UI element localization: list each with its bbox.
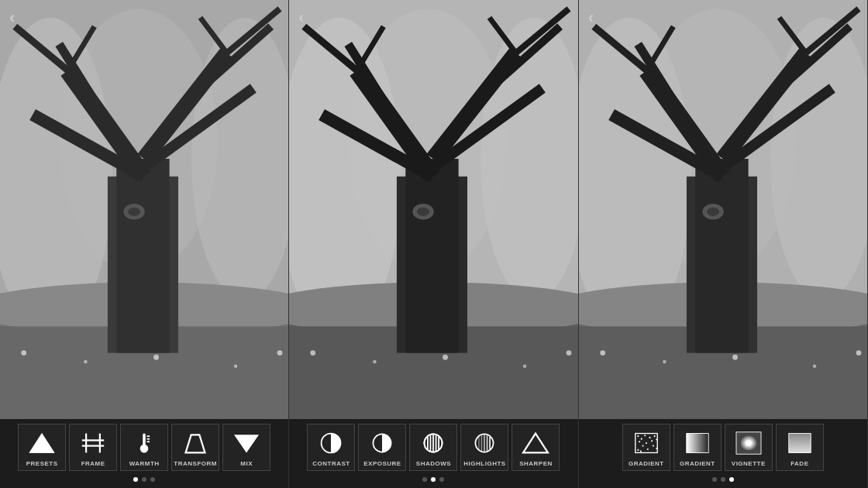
tool-row-3: GRADIENT GRADIENT bbox=[618, 419, 828, 474]
frame-label: FRAME bbox=[81, 460, 105, 467]
vignette-label: VIGNETTE bbox=[732, 460, 766, 467]
tool-vignette[interactable]: VIGNETTE bbox=[725, 424, 773, 471]
toolbar-3: GRADIENT GRADIENT bbox=[579, 419, 867, 488]
svg-point-21 bbox=[21, 350, 26, 356]
gradient-noise-icon bbox=[631, 429, 662, 457]
contrast-icon bbox=[315, 429, 346, 457]
tool-transform[interactable]: TRANSFORM bbox=[171, 424, 219, 471]
gradient-linear-icon bbox=[682, 429, 713, 457]
shadows-icon bbox=[418, 429, 449, 457]
svg-point-119 bbox=[656, 448, 657, 449]
mix-label: MIX bbox=[240, 460, 253, 467]
tool-fade[interactable]: FADE bbox=[776, 424, 824, 471]
svg-point-103 bbox=[732, 355, 738, 360]
svg-point-116 bbox=[653, 445, 654, 446]
svg-point-24 bbox=[234, 364, 238, 368]
svg-point-124 bbox=[740, 435, 756, 451]
photo-area-1 bbox=[0, 0, 288, 419]
fade-icon bbox=[784, 429, 815, 457]
svg-point-104 bbox=[812, 364, 816, 368]
vignette-icon bbox=[733, 429, 764, 457]
tool-shadows[interactable]: SHADOWS bbox=[409, 424, 457, 471]
dot-2-2 bbox=[431, 477, 436, 482]
transform-label: TRANSFORM bbox=[174, 460, 217, 467]
transform-icon bbox=[180, 429, 211, 457]
svg-point-59 bbox=[311, 350, 316, 356]
dots-row-1 bbox=[133, 474, 155, 483]
panel-3: ‹ bbox=[579, 0, 868, 488]
tool-frame[interactable]: FRAME bbox=[69, 424, 117, 471]
svg-marker-26 bbox=[29, 434, 54, 453]
gradient-noise-label: GRADIENT bbox=[629, 460, 664, 467]
svg-point-100 bbox=[707, 208, 719, 216]
tool-row-1: PRESETS FRAME bbox=[13, 419, 275, 474]
exposure-icon bbox=[367, 429, 398, 457]
photo-image-1 bbox=[0, 0, 288, 419]
dot-3-1 bbox=[712, 477, 717, 482]
tool-mix[interactable]: MIX bbox=[222, 424, 270, 471]
svg-marker-36 bbox=[186, 435, 205, 452]
svg-marker-37 bbox=[234, 435, 259, 452]
warmth-icon bbox=[129, 429, 160, 457]
photo-area-2 bbox=[289, 0, 577, 419]
svg-rect-46 bbox=[406, 159, 459, 353]
dot-2-1 bbox=[422, 477, 427, 482]
svg-point-107 bbox=[637, 435, 639, 437]
sharpen-icon bbox=[520, 429, 551, 457]
svg-point-115 bbox=[642, 445, 643, 446]
tool-presets[interactable]: PRESETS bbox=[18, 424, 66, 471]
toolbar-1: PRESETS FRAME bbox=[0, 419, 288, 488]
tool-sharpen[interactable]: SHARPEN bbox=[512, 424, 560, 471]
panel-1: ‹ bbox=[0, 0, 289, 488]
tool-highlights[interactable]: HIGHLIGHTS bbox=[460, 424, 508, 471]
highlights-icon bbox=[469, 429, 500, 457]
svg-point-111 bbox=[653, 435, 655, 437]
warmth-label: WARMTH bbox=[129, 460, 160, 467]
dot-2-3 bbox=[439, 477, 444, 482]
svg-point-105 bbox=[856, 350, 861, 356]
back-button-2[interactable]: ‹ bbox=[298, 8, 304, 28]
dots-row-3 bbox=[712, 474, 734, 483]
dots-row-2 bbox=[422, 474, 444, 483]
dot-1-3 bbox=[150, 477, 155, 482]
svg-rect-122 bbox=[687, 434, 708, 453]
svg-point-60 bbox=[373, 360, 377, 364]
svg-point-62 bbox=[523, 364, 527, 368]
tool-gradient-noise[interactable]: GRADIENT bbox=[622, 424, 670, 471]
dot-1-1 bbox=[133, 477, 138, 482]
frame-icon bbox=[78, 429, 108, 457]
svg-point-110 bbox=[649, 437, 650, 438]
tool-contrast[interactable]: CONTRAST bbox=[307, 424, 355, 471]
svg-point-32 bbox=[140, 445, 149, 453]
sharpen-label: SHARPEN bbox=[519, 460, 553, 467]
svg-point-112 bbox=[639, 441, 640, 442]
svg-point-121 bbox=[656, 438, 657, 440]
shadows-label: SHADOWS bbox=[416, 460, 451, 467]
tool-exposure[interactable]: EXPOSURE bbox=[358, 424, 406, 471]
svg-point-25 bbox=[277, 350, 283, 356]
panel-2: ‹ bbox=[289, 0, 578, 488]
svg-rect-125 bbox=[789, 434, 811, 453]
dot-3-3 bbox=[729, 477, 734, 482]
fade-label: FADE bbox=[790, 460, 808, 467]
toolbar-2: CONTRAST EXPOSURE bbox=[289, 419, 577, 488]
mix-icon bbox=[231, 429, 262, 457]
svg-rect-8 bbox=[116, 159, 169, 353]
back-button-3[interactable]: ‹ bbox=[588, 8, 594, 28]
tool-gradient-linear[interactable]: GRADIENT bbox=[673, 424, 722, 471]
svg-point-108 bbox=[641, 438, 642, 440]
svg-point-20 bbox=[128, 208, 140, 216]
svg-point-101 bbox=[600, 350, 605, 356]
svg-point-120 bbox=[640, 451, 642, 452]
svg-point-63 bbox=[567, 350, 572, 356]
svg-rect-31 bbox=[143, 434, 146, 446]
tool-row-2: CONTRAST EXPOSURE bbox=[302, 419, 564, 474]
tool-warmth[interactable]: WARMTH bbox=[120, 424, 168, 471]
svg-point-23 bbox=[153, 355, 159, 360]
svg-point-113 bbox=[646, 442, 647, 444]
photo-image-3 bbox=[579, 0, 867, 419]
svg-point-109 bbox=[644, 435, 646, 436]
back-button-1[interactable]: ‹ bbox=[9, 8, 15, 28]
svg-point-22 bbox=[84, 360, 88, 364]
dot-3-2 bbox=[721, 477, 725, 482]
